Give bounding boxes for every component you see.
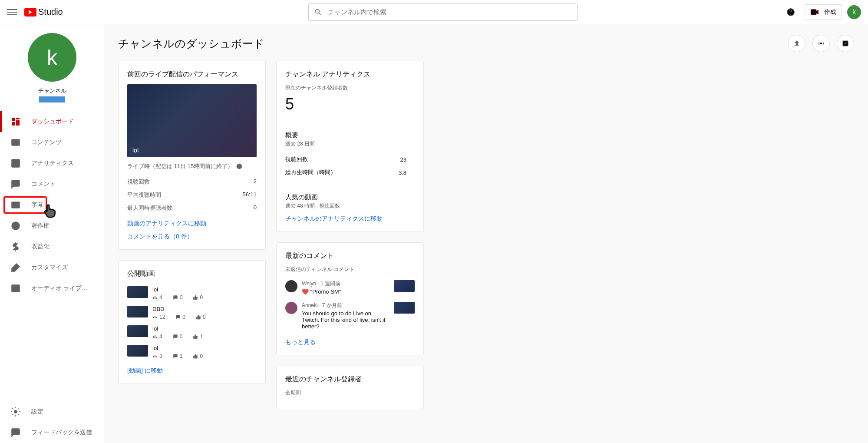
comment-meta: Welyn · 1 週間前: [302, 280, 389, 288]
edit-icon: [842, 40, 849, 47]
likes-stat: 0: [193, 294, 203, 301]
svg-rect-6: [12, 122, 15, 126]
go-live-button[interactable]: [812, 35, 830, 52]
live-icon: [817, 40, 825, 47]
channel-analytics-link[interactable]: チャンネルのアナリティクスに移動: [285, 215, 415, 223]
comments-stat: 1: [173, 353, 183, 359]
sidebar-item-monetize[interactable]: 収益化: [0, 236, 104, 257]
comment-text: ❤️ "Promo SM": [302, 288, 389, 295]
video-info: DBD 12 0 0: [152, 306, 257, 320]
comment-body: Welyn · 1 週間前 ❤️ "Promo SM": [302, 280, 389, 295]
comment-item[interactable]: Anneki · 7 か月前 You should go to do Live …: [285, 298, 415, 333]
nav-label: ダッシュボード: [31, 118, 74, 126]
channel-info: k チャンネル: [0, 24, 104, 111]
comment-item[interactable]: Welyn · 1 週間前 ❤️ "Promo SM": [285, 277, 415, 298]
performance-thumbnail[interactable]: lol: [127, 84, 257, 157]
stat-value: 2: [254, 178, 257, 186]
comment-avatar: [285, 302, 297, 314]
overview-label: 概要: [285, 131, 415, 139]
comments-card: 最新のコメント 未返信のチャンネル コメント Welyn · 1 週間前 ❤️ …: [276, 242, 424, 355]
popular-sub: 過去 48 時間 · 視聴回数: [285, 202, 415, 210]
analytics-title: チャンネル アナリティクス: [285, 70, 415, 79]
public-videos-card: 公開動画 lol 4 0 0 DBD 12 0 0 lol 4: [118, 260, 266, 384]
sidebar-item-dashboard[interactable]: ダッシュボード: [0, 111, 104, 132]
sidebar-item-audio[interactable]: オーディオ ライブ…: [0, 278, 104, 299]
subscriber-count: 5: [285, 95, 415, 113]
nav-label: アナリティクス: [31, 159, 74, 167]
video-title: lol: [152, 325, 257, 332]
sidebar: k チャンネル ダッシュボードコンテンツアナリティクスコメント字幕著作権収益化カ…: [0, 24, 104, 420]
video-thumbnail: [127, 345, 148, 357]
dashboard-icon: [10, 116, 21, 127]
video-title: lol: [152, 345, 257, 351]
comment-body: Anneki · 7 か月前 You should go to do Live …: [302, 302, 389, 330]
upload-button[interactable]: [788, 35, 805, 52]
main-content: チャンネルのダッシュボード 前回のライブ配信のパフォーマンス lol ライブ時（…: [104, 24, 868, 420]
performance-title: 前回のライブ配信のパフォーマンス: [127, 70, 257, 79]
video-title: DBD: [152, 306, 257, 312]
app-header: Studio 作成 k: [0, 0, 868, 24]
edit-button[interactable]: [837, 35, 854, 52]
subscribers-card: 最近のチャンネル登録者 全期間: [276, 366, 424, 409]
sidebar-item-analytics[interactable]: アナリティクス: [0, 153, 104, 174]
menu-toggle[interactable]: [7, 7, 17, 17]
metric-value: 23 —: [400, 156, 415, 163]
info-icon[interactable]: [236, 163, 243, 170]
search-box[interactable]: [308, 3, 578, 21]
sidebar-footer-settings[interactable]: 設定: [0, 401, 104, 420]
svg-rect-3: [12, 118, 15, 121]
svg-point-13: [17, 288, 19, 290]
content-icon: [10, 137, 21, 148]
public-video-row[interactable]: lol 4 0 0: [127, 284, 257, 303]
subtitles-icon: [10, 200, 21, 210]
account-avatar[interactable]: k: [847, 5, 861, 19]
svg-rect-5: [16, 120, 20, 126]
page-header: チャンネルのダッシュボード: [118, 35, 854, 52]
help-button[interactable]: [782, 3, 799, 21]
customize-icon: [10, 262, 21, 273]
svg-rect-9: [12, 202, 20, 208]
stat-value: 0: [254, 204, 257, 212]
help-icon: [786, 7, 795, 17]
create-button[interactable]: 作成: [805, 4, 842, 20]
studio-logo[interactable]: Studio: [24, 7, 63, 17]
public-video-row[interactable]: lol 3 1 0: [127, 342, 257, 362]
page-actions: [788, 35, 854, 52]
metric-label: 総再生時間（時間）: [285, 169, 336, 176]
public-video-row[interactable]: DBD 12 0 0: [127, 303, 257, 323]
channel-label: チャンネル: [0, 87, 104, 95]
video-stats: 12 0 0: [152, 314, 257, 320]
logo-text: Studio: [38, 7, 63, 17]
more-comments-link[interactable]: もっと見る: [285, 338, 415, 346]
stat-label: 最大同時視聴者数: [127, 204, 172, 212]
video-thumbnail: [127, 325, 148, 337]
video-stats: 3 1 0: [152, 353, 257, 359]
analytics-card: チャンネル アナリティクス 現在のチャンネル登録者数 5 概要 過去 28 日間…: [276, 61, 424, 232]
sidebar-item-comment[interactable]: コメント: [0, 174, 104, 195]
svg-rect-4: [16, 118, 20, 119]
settings-icon: [10, 407, 21, 417]
upload-icon: [793, 40, 801, 47]
nav-label: 設定: [31, 408, 43, 416]
video-info: lol 4 0 1: [152, 325, 257, 340]
view-comments-link[interactable]: コメントを見る（0 件）: [127, 233, 257, 241]
videos-link[interactable]: [動画] に移動: [127, 367, 257, 375]
public-videos-title: 公開動画: [127, 269, 257, 278]
public-video-row[interactable]: lol 4 0 1: [127, 323, 257, 342]
analytics-icon: [10, 158, 21, 169]
sidebar-item-customize[interactable]: カスタマイズ: [0, 257, 104, 278]
sidebar-footer: 設定フィードバックを送信: [0, 401, 104, 420]
search-input[interactable]: [328, 8, 572, 16]
sidebar-item-copyright[interactable]: 著作権: [0, 215, 104, 236]
audio-icon: [10, 283, 21, 294]
metric-value: 3.8 —: [399, 169, 415, 176]
sidebar-item-content[interactable]: コンテンツ: [0, 132, 104, 153]
svg-point-18: [239, 167, 240, 168]
channel-avatar[interactable]: k: [28, 33, 76, 82]
views-stat: 12: [152, 314, 165, 320]
nav-label: 収益化: [31, 243, 50, 251]
subscribers-subtitle: 全期間: [285, 389, 415, 397]
nav-list: ダッシュボードコンテンツアナリティクスコメント字幕著作権収益化カスタマイズオーデ…: [0, 111, 104, 401]
sidebar-item-subtitles[interactable]: 字幕: [0, 195, 104, 215]
video-analytics-link[interactable]: 動画のアナリティクスに移動: [127, 220, 257, 228]
